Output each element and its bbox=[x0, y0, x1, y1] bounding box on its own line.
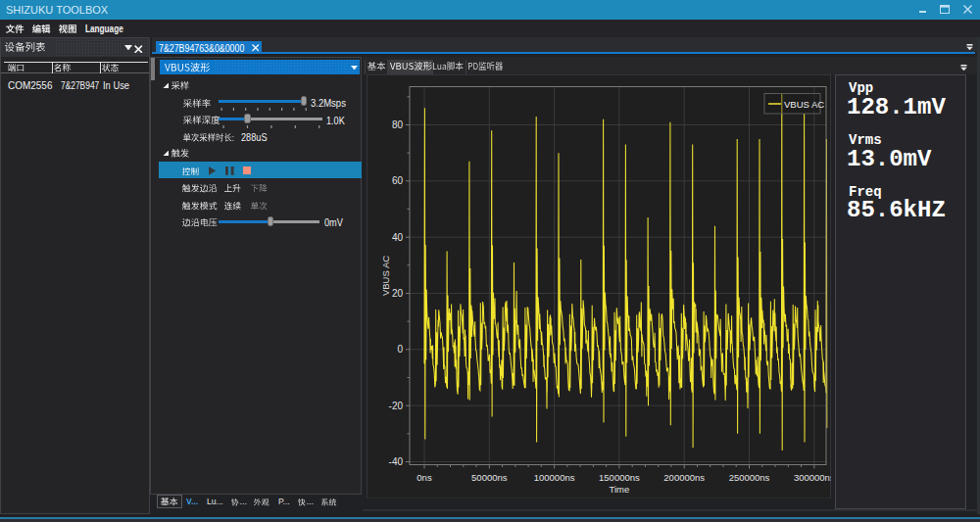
svg-text:200000ns: 200000ns bbox=[663, 472, 705, 483]
svg-text:40: 40 bbox=[392, 231, 404, 242]
svg-text:VBUS AC: VBUS AC bbox=[380, 255, 391, 295]
svg-text:-20: -20 bbox=[389, 400, 404, 410]
svg-text:80: 80 bbox=[392, 119, 404, 130]
svg-text:100000ns: 100000ns bbox=[534, 472, 575, 483]
svg-text:0: 0 bbox=[397, 344, 403, 355]
svg-text:250000ns: 250000ns bbox=[729, 472, 770, 483]
svg-text:300000ns: 300000ns bbox=[794, 472, 831, 483]
svg-text:Time: Time bbox=[610, 483, 630, 494]
svg-text:VBUS AC: VBUS AC bbox=[784, 98, 824, 109]
svg-text:50000ns: 50000ns bbox=[471, 472, 508, 483]
svg-text:20: 20 bbox=[392, 288, 404, 299]
svg-text:150000ns: 150000ns bbox=[599, 472, 640, 483]
svg-text:60: 60 bbox=[392, 175, 404, 186]
svg-text:0ns: 0ns bbox=[416, 472, 432, 483]
svg-text:-40: -40 bbox=[389, 456, 404, 467]
